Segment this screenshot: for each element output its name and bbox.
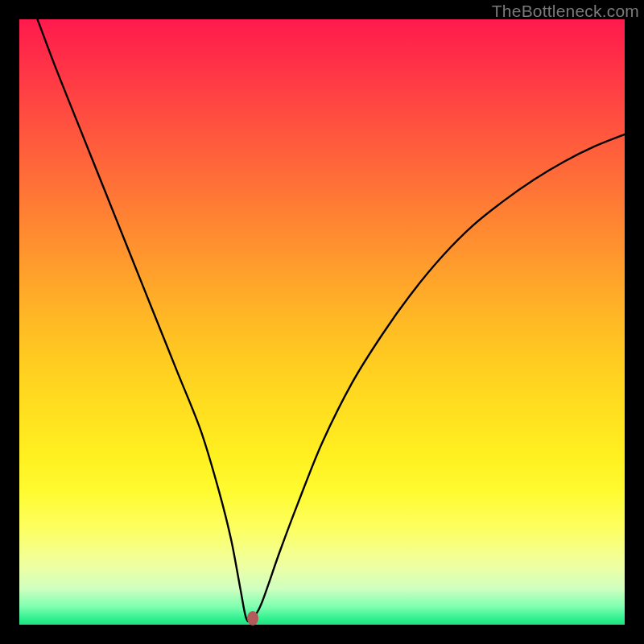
curve-layer xyxy=(19,19,625,625)
chart-container: TheBottleneck.com xyxy=(0,0,644,644)
minimum-marker xyxy=(247,611,258,625)
bottleneck-curve xyxy=(38,19,625,621)
watermark-text: TheBottleneck.com xyxy=(492,2,639,21)
plot-area xyxy=(19,19,625,625)
